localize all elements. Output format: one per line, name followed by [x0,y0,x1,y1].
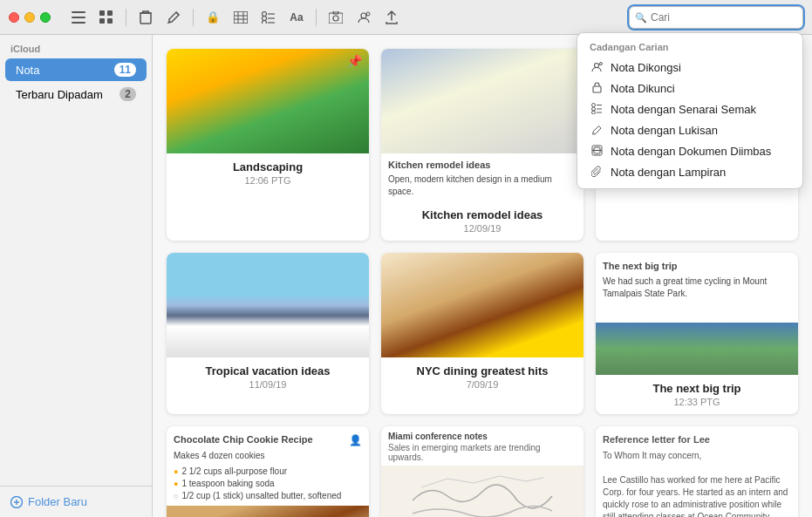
sidebar-section-title: iCloud [0,35,152,58]
search-input[interactable] [629,6,803,29]
dropdown-item-attachment[interactable]: Nota dengan Lampiran [577,162,802,183]
note-image-wrapper-7: Chocolate Chip Cookie Recipe 👤 Makes 4 d… [167,426,369,517]
dropdown-header: Cadangan Carian [577,38,802,58]
dropdown-item-drawing[interactable]: Nota dengan Lukisan [577,120,802,141]
note-footer-6: The next big trip 12:33 PTG [596,375,798,414]
note-image-wrapper-2 [381,49,583,153]
note-footer-4: Tropical vacation ideas 11/09/19 [167,357,369,397]
dropdown-item-shared[interactable]: Nota Dikongsi [577,58,802,78]
note-card-nyc[interactable]: NYC dining greatest hits 7/09/19 [381,253,583,414]
note-image-wrapper-4 [167,253,369,357]
sidebar-toggle-button[interactable] [66,5,91,30]
note-image-trip [596,323,798,375]
note-tiny-title-cookie: Chocolate Chip Cookie Recipe 👤 Makes 4 d… [167,426,369,506]
title-bar: 🔒 Aa [0,0,812,35]
search-icon: 🔍 [635,11,647,23]
maximize-button[interactable] [40,12,51,23]
export-button[interactable] [379,5,404,30]
delete-button[interactable] [133,5,158,30]
traffic-lights [9,12,51,23]
add-folder-button[interactable]: Folder Baru [0,486,152,517]
note-image-wrapper-8: Miami conference notes Sales in emerging… [381,426,583,517]
add-folder-label: Folder Baru [28,495,87,508]
note-title-4: Tropical vacation ideas [175,364,360,378]
note-image-kitchen [381,49,583,153]
svg-point-35 [591,107,595,111]
sidebar-terbaru-badge: 2 [119,87,136,101]
dropdown-item-scanned-label: Nota dengan Dokumen Diimbas [611,145,771,158]
svg-point-33 [591,103,595,106]
dropdown-item-checklist[interactable]: Nota dengan Senarai Semak [577,99,802,120]
svg-point-21 [263,20,267,24]
reference-header: Reference letter for Lee [603,433,791,446]
svg-rect-0 [72,11,85,13]
note-tiny-preview-miami: Sales in emerging markets are trending u… [381,443,583,466]
table-button[interactable] [229,5,253,30]
reference-body: Lee Castillo has worked for me here at P… [603,474,791,517]
svg-rect-1 [72,17,85,18]
dropdown-item-scanned[interactable]: Nota dengan Dokumen Diimbas [577,141,802,162]
note-tiny-title-miami: Miami conference notes [381,426,583,443]
note-card-landscaping[interactable]: 📌 Landscaping 12:06 PTG [167,49,369,241]
note-card-miami[interactable]: Miami conference notes Sales in emerging… [381,426,583,517]
note-title-1: Landscaping [175,160,360,173]
svg-rect-3 [99,10,105,16]
dropdown-item-locked-label: Nota Dikunci [611,82,675,95]
dropdown-item-attachment-label: Nota dengan Lampiran [611,166,726,179]
photo-button[interactable] [324,5,348,30]
note-card-kitchen[interactable]: Kitchen remodel ideas Open, modern kitch… [381,49,583,241]
svg-rect-32 [593,86,601,92]
sidebar-item-nota[interactable]: Nota 11 [5,58,147,81]
note-image-nyc [381,253,583,357]
svg-rect-4 [107,10,113,16]
checklist-icon [590,103,604,117]
share-button[interactable] [351,5,376,30]
dropdown-item-drawing-label: Nota dengan Lukisan [611,124,718,137]
svg-line-31 [598,64,600,65]
note-title-5: NYC dining greatest hits [390,364,575,378]
cookie-ingredients: ● 2 1/2 cups all-purpose flour ● 1 teasp… [174,466,362,502]
svg-rect-12 [234,11,248,24]
note-title-2: Kitchen remodel ideas [390,208,575,221]
lock-button[interactable]: 🔒 [201,5,225,30]
attachment-icon [590,166,604,180]
close-button[interactable] [9,12,19,23]
note-card-reference[interactable]: Reference letter for Lee To Whom It may … [596,426,798,517]
note-image-miami [381,466,583,517]
note-title-6: The next big trip [604,382,789,395]
svg-rect-5 [99,18,105,24]
compose-button[interactable] [161,5,186,30]
lock-icon [590,82,604,96]
scan-icon [590,145,604,159]
checklist-button[interactable] [256,5,281,30]
sidebar-terbaru-label: Terbaru Dipadam [16,88,103,101]
svg-point-26 [361,13,366,18]
dropdown-item-locked[interactable]: Nota Dikunci [577,78,802,99]
grid-view-button[interactable] [94,5,119,30]
svg-rect-23 [329,13,343,24]
note-image-wrapper-1: 📌 [167,49,369,153]
sidebar: iCloud Nota 11 Terbaru Dipadam 2 Folder … [0,35,153,517]
pin-icon-7: 👤 [349,433,362,448]
dropdown-item-checklist-label: Nota dengan Senarai Semak [611,103,756,116]
svg-point-17 [263,11,267,16]
note-card-trip[interactable]: The next big trip We had such a great ti… [596,253,798,414]
note-date-5: 7/09/19 [390,379,575,390]
note-date-1: 12:06 PTG [175,175,360,186]
note-date-2: 12/09/19 [390,223,575,234]
note-card-tropical[interactable]: Tropical vacation ideas 11/09/19 [167,253,369,414]
format-button[interactable]: Aa [284,5,309,30]
cookie-title-text: Chocolate Chip Cookie Recipe [174,433,313,448]
svg-point-37 [591,111,595,114]
sidebar-item-terbaru[interactable]: Terbaru Dipadam 2 [5,83,147,105]
svg-rect-7 [140,13,151,24]
drawing-icon [590,124,604,138]
note-preview-reference: Reference letter for Lee To Whom It may … [596,426,798,517]
dropdown-item-shared-label: Nota Dikongsi [611,61,681,74]
note-preview-kitchen: Kitchen remodel ideas Open, modern kitch… [381,153,583,201]
svg-point-24 [333,16,338,21]
note-card-cookie[interactable]: Chocolate Chip Cookie Recipe 👤 Makes 4 d… [167,426,369,517]
toolbar-separator-3 [316,9,317,26]
note-image-wrapper-5 [381,253,583,357]
minimize-button[interactable] [24,12,35,23]
